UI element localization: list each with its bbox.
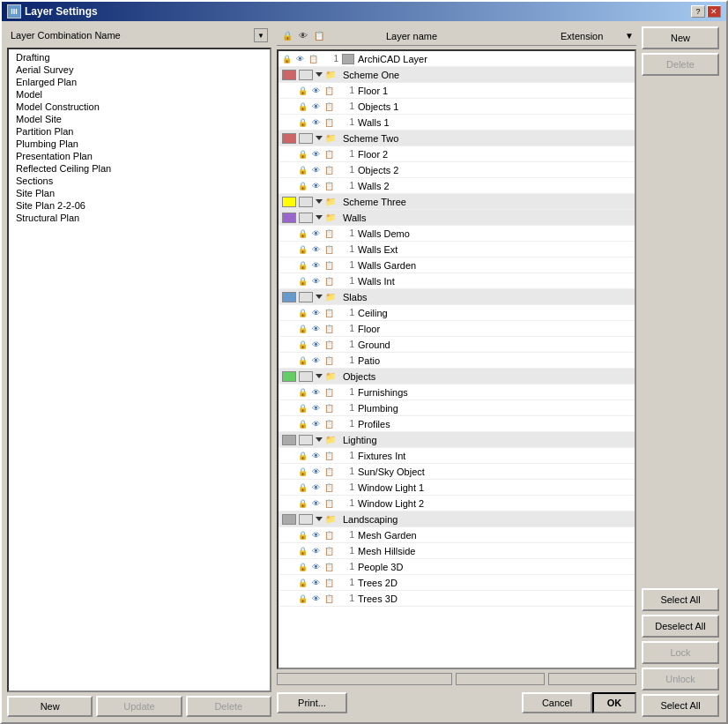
layer-table-header: 🔒 👁 📋 Layer name Extension ▼	[277, 26, 636, 46]
layer-row[interactable]: 🔒 👁 📋 1 Patio	[279, 353, 635, 369]
list-item[interactable]: Structural Plan	[11, 212, 268, 224]
title-bar: III Layer Settings ? ✕	[2, 2, 726, 21]
group-row[interactable]: 📁 Lighting	[279, 432, 635, 448]
left-update-button[interactable]: Update	[96, 696, 182, 717]
left-panel-buttons: New Update Delete	[7, 696, 271, 717]
list-item[interactable]: Sections	[11, 175, 268, 187]
layer-row[interactable]: 🔒 👁 📋 1 Walls Int	[279, 273, 635, 289]
layer-row[interactable]: 🔒 👁 📋 1 Ground	[279, 337, 635, 353]
list-item[interactable]: Plumbing Plan	[11, 138, 268, 150]
layer-row[interactable]: 🔒 👁 📋 1 Mesh Garden	[279, 527, 635, 543]
layer-row[interactable]: 🔒 👁 📋 1 Walls Garden	[279, 258, 635, 273]
list-item[interactable]: Reflected Ceiling Plan	[11, 162, 268, 175]
layer-row[interactable]: 🔒 👁 📋 1 Window Light 1	[279, 480, 635, 496]
layer-row[interactable]: 🔒 👁 📋 1 Plumbing	[279, 400, 635, 416]
group-row[interactable]: 📁 Scheme Two	[279, 131, 635, 146]
layer-name-header: Layer name	[383, 31, 561, 41]
left-new-button[interactable]: New	[7, 696, 93, 717]
group-row[interactable]: 📁 Objects	[279, 369, 635, 384]
footer-buttons: Print... Cancel OK	[277, 689, 636, 717]
scrollbar[interactable]	[277, 673, 452, 685]
select-all-top-button[interactable]: Select All	[642, 588, 719, 611]
layer-row[interactable]: 🔒 👁 📋 1 Floor 1	[279, 83, 635, 99]
left-panel-header: Layer Combination Name ▼	[7, 26, 271, 44]
list-item[interactable]: Partition Plan	[11, 125, 268, 138]
dialog-title: Layer Settings	[25, 5, 98, 18]
layer-table[interactable]: 🔒 👁 📋 1 ArchiCAD Layer 📁 Scheme One 🔒 👁 …	[277, 49, 636, 669]
layer-settings-dialog: III Layer Settings ? ✕ Layer Combination…	[0, 0, 728, 724]
layer-header-icon: 📋	[312, 29, 326, 43]
group-row[interactable]: 📁 Slabs	[279, 289, 635, 305]
layer-row[interactable]: 🔒 👁 📋 1 Trees 2D	[279, 575, 635, 591]
dropdown-arrow[interactable]: ▼	[254, 28, 268, 42]
help-button[interactable]: ?	[691, 5, 705, 18]
extension-header: Extension	[561, 31, 622, 41]
list-item[interactable]: Enlarged Plan	[11, 76, 268, 88]
scrollbar-area	[277, 673, 636, 685]
layer-row[interactable]: 🔒 👁 📋 1 Fixtures Int	[279, 448, 635, 464]
cancel-button[interactable]: Cancel	[522, 692, 592, 713]
layer-row[interactable]: 🔒 👁 📋 1 Mesh Hillside	[279, 543, 635, 559]
layer-row[interactable]: 🔒 👁 📋 1 Trees 3D	[279, 591, 635, 607]
list-item[interactable]: Site Plan	[11, 187, 268, 199]
right-buttons-panel: NewDeleteSelect AllDeselect AllLockUnloc…	[642, 26, 721, 717]
list-item[interactable]: Presentation Plan	[11, 150, 268, 162]
list-item[interactable]: Drafting	[11, 51, 268, 63]
layer-row[interactable]: 🔒 👁 📋 1 Sun/Sky Object	[279, 464, 635, 480]
delete-button[interactable]: Delete	[642, 53, 719, 76]
layer-row[interactable]: 🔒 👁 📋 1 ArchiCAD Layer	[279, 51, 635, 67]
scrollbar3[interactable]	[548, 673, 637, 685]
dialog-body: Layer Combination Name ▼ DraftingAerial …	[2, 21, 726, 722]
deselect-all-button[interactable]: Deselect All	[642, 615, 719, 638]
unlock-button[interactable]: Unlock	[642, 668, 719, 690]
layer-row[interactable]: 🔒 👁 📋 1 People 3D	[279, 559, 635, 575]
dialog-icon: III	[7, 4, 21, 19]
filter-icon[interactable]: ▼	[622, 29, 636, 43]
group-row[interactable]: 📁 Landscaping	[279, 511, 635, 527]
new-button[interactable]: New	[642, 26, 719, 49]
layer-row[interactable]: 🔒 👁 📋 1 Walls Ext	[279, 242, 635, 258]
group-row[interactable]: 📁 Walls	[279, 210, 635, 226]
left-panel-title: Layer Combination Name	[11, 30, 121, 41]
layer-row[interactable]: 🔒 👁 📋 1 Window Light 2	[279, 496, 635, 511]
layer-row[interactable]: 🔒 👁 📋 1 Walls 2	[279, 178, 635, 194]
group-row[interactable]: 📁 Scheme One	[279, 67, 635, 83]
group-row[interactable]: 📁 Scheme Three	[279, 194, 635, 210]
left-panel: Layer Combination Name ▼ DraftingAerial …	[7, 26, 271, 717]
layer-row[interactable]: 🔒 👁 📋 1 Ceiling	[279, 305, 635, 321]
lock-header-icon: 🔒	[280, 29, 294, 43]
print-button[interactable]: Print...	[277, 692, 347, 713]
eye-header-icon: 👁	[296, 29, 310, 43]
list-item[interactable]: Site Plan 2-2-06	[11, 199, 268, 212]
ok-button[interactable]: OK	[592, 692, 636, 713]
list-item[interactable]: Model Construction	[11, 101, 268, 113]
list-item[interactable]: Model	[11, 88, 268, 101]
scrollbar2[interactable]	[456, 673, 545, 685]
layer-row[interactable]: 🔒 👁 📋 1 Floor 2	[279, 146, 635, 162]
layer-row[interactable]: 🔒 👁 📋 1 Floor	[279, 321, 635, 337]
close-button[interactable]: ✕	[707, 5, 721, 18]
select-all-bottom-button[interactable]: Select All	[642, 694, 719, 717]
layer-row[interactable]: 🔒 👁 📋 1 Profiles	[279, 416, 635, 432]
layer-row[interactable]: 🔒 👁 📋 1 Furnishings	[279, 384, 635, 400]
list-item[interactable]: Aerial Survey	[11, 63, 268, 76]
layer-row[interactable]: 🔒 👁 📋 1 Walls 1	[279, 115, 635, 131]
left-delete-button[interactable]: Delete	[186, 696, 271, 717]
list-item[interactable]: Model Site	[11, 113, 268, 125]
right-area: 🔒 👁 📋 Layer name Extension ▼ 🔒 👁 📋 1 Arc…	[277, 26, 721, 717]
layer-row[interactable]: 🔒 👁 📋 1 Objects 2	[279, 162, 635, 178]
layer-combination-list[interactable]: DraftingAerial SurveyEnlarged PlanModelM…	[7, 48, 271, 692]
lock-button[interactable]: Lock	[642, 641, 719, 664]
middle-panel: 🔒 👁 📋 Layer name Extension ▼ 🔒 👁 📋 1 Arc…	[277, 26, 636, 717]
layer-row[interactable]: 🔒 👁 📋 1 Objects 1	[279, 99, 635, 115]
layer-row[interactable]: 🔒 👁 📋 1 Walls Demo	[279, 226, 635, 242]
